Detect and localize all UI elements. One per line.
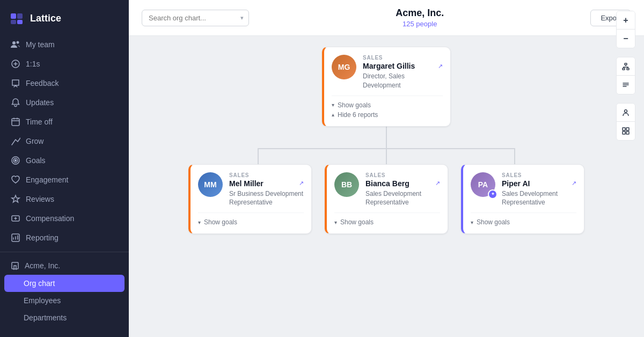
hierarchy-view-button[interactable]: [617, 57, 635, 76]
right-toolbar: + −: [616, 11, 635, 141]
sidebar-item-compensation[interactable]: Compensation: [0, 209, 129, 228]
node-title-bianca: Sales Development Representative: [365, 189, 440, 208]
grid-icon: [622, 127, 630, 135]
chevron-down-icon-piper: ▾: [471, 219, 473, 225]
node-name-row-mel: Mel Miller ↗: [229, 179, 304, 188]
heart-icon: [11, 175, 20, 185]
show-goals-label-mel: Show goals: [204, 218, 237, 226]
logo-text: Lattice: [30, 13, 61, 24]
reviews-label: Reviews: [26, 195, 54, 203]
sidebar-item-engagement[interactable]: Engagement: [0, 170, 129, 189]
sidebar-item-feedback[interactable]: Feedback: [0, 74, 129, 93]
updates-label: Updates: [26, 98, 54, 107]
svg-rect-3: [17, 20, 23, 24]
external-link-icon-bianca[interactable]: ↗: [435, 180, 440, 187]
node-title-mel: Sr Business Development Representative: [229, 189, 304, 208]
search-input[interactable]: [142, 10, 249, 26]
org-node-piper: PA ✦ SALES Piper AI ↗ Sales Development …: [461, 164, 584, 235]
node-footer-piper: ▾ Show goals: [471, 213, 576, 226]
node-dept-mel: SALES: [229, 172, 304, 178]
company-name-header: Acme, Inc.: [396, 8, 444, 19]
ai-badge: ✦: [488, 189, 497, 199]
show-goals-label-piper: Show goals: [477, 218, 510, 226]
sidebar-item-employees[interactable]: Employees: [0, 292, 129, 309]
chevron-down-icon-mel: ▾: [198, 219, 201, 225]
external-link-icon-mel[interactable]: ↗: [299, 180, 304, 187]
node-header-mel: MM SALES Mel Miller ↗ Sr Business Develo…: [198, 172, 304, 208]
node-footer-root: ▾ Show goals ▴ Hide 6 reports: [332, 96, 443, 119]
node-header-bianca: BB SALES Bianca Berg ↗ Sales Development…: [334, 172, 440, 208]
node-name-mel: Mel Miller: [229, 179, 264, 188]
avatar-root: MG: [332, 55, 356, 79]
svg-point-4: [12, 41, 16, 45]
grid-view-button[interactable]: [617, 122, 635, 140]
list-view-button[interactable]: [617, 76, 635, 94]
node-dept-bianca: SALES: [365, 172, 440, 178]
org-node-bianca: BB SALES Bianca Berg ↗ Sales Development…: [325, 164, 448, 235]
bell-icon: [11, 98, 20, 107]
svg-rect-1: [17, 13, 23, 19]
reviews-icon: [11, 194, 20, 204]
feedback-label: Feedback: [26, 79, 58, 87]
departments-label: Departments: [24, 313, 67, 322]
hierarchy-icon: [622, 63, 630, 70]
zoom-in-button[interactable]: +: [617, 11, 635, 30]
node-footer-bianca: ▾ Show goals: [334, 213, 440, 226]
svg-point-5: [17, 41, 19, 44]
building-icon: [11, 261, 19, 270]
goals-icon: [11, 156, 20, 165]
zoom-out-button[interactable]: −: [617, 30, 635, 48]
sidebar-item-grow[interactable]: Grow: [0, 131, 129, 151]
svg-rect-19: [626, 128, 629, 130]
svg-rect-15: [623, 68, 625, 70]
node-dept-piper: SALES: [502, 172, 576, 178]
show-goals-toggle-root[interactable]: ▾ Show goals: [332, 101, 443, 109]
list-icon: [622, 81, 630, 89]
sidebar-item-departments[interactable]: Departments: [0, 309, 129, 326]
search-chevron-icon: ▾: [240, 14, 244, 21]
reporting-label: Reporting: [26, 233, 58, 242]
hide-reports-toggle-root[interactable]: ▴ Hide 6 reports: [332, 111, 443, 119]
chevron-up-icon: ▴: [332, 112, 334, 118]
my-team-label: My team: [26, 40, 55, 49]
show-goals-toggle-bianca[interactable]: ▾ Show goals: [334, 218, 440, 226]
sidebar-item-reviews[interactable]: Reviews: [0, 189, 129, 209]
company-header[interactable]: Acme, Inc.: [0, 257, 129, 275]
sidebar-item-reporting[interactable]: Reporting: [0, 228, 129, 247]
calendar-icon: [11, 117, 20, 127]
compensation-label: Compensation: [26, 214, 74, 223]
topbar: ▾ Acme, Inc. 125 people Export: [129, 0, 644, 36]
sidebar-item-org-chart[interactable]: Org chart: [4, 275, 125, 292]
avatar-bianca: BB: [334, 172, 359, 197]
sidebar-item-ones[interactable]: 1:1s: [0, 54, 129, 74]
node-title-root: Director, Sales Development: [363, 72, 443, 90]
node-name-row-bianca: Bianca Berg ↗: [365, 179, 440, 188]
external-link-icon-piper[interactable]: ↗: [572, 180, 576, 187]
sidebar-item-community[interactable]: Community: [0, 326, 129, 328]
show-goals-toggle-piper[interactable]: ▾ Show goals: [471, 218, 576, 226]
person-view-button[interactable]: [617, 104, 635, 122]
logo: Lattice: [0, 9, 129, 35]
view-controls: [616, 103, 635, 141]
node-name-bianca: Bianca Berg: [365, 179, 409, 188]
node-title-piper: Sales Development Representative: [502, 189, 576, 208]
sidebar-item-updates[interactable]: Updates: [0, 93, 129, 112]
show-goals-toggle-mel[interactable]: ▾ Show goals: [198, 218, 304, 226]
external-link-icon-root[interactable]: ↗: [438, 63, 443, 70]
org-chart-label: Org chart: [24, 279, 55, 288]
people-count: 125 people: [396, 20, 444, 28]
org-chart-wrapper: MG SALES Margaret Gillis ↗ Director, Sal…: [129, 36, 644, 234]
feedback-icon: [11, 78, 20, 88]
employees-label: Employees: [24, 296, 61, 305]
node-info-piper: SALES Piper AI ↗ Sales Development Repre…: [502, 172, 576, 208]
node-info-bianca: SALES Bianca Berg ↗ Sales Development Re…: [365, 172, 440, 208]
grow-icon: [11, 136, 20, 146]
node-name-row-piper: Piper AI ↗: [502, 179, 576, 188]
ones-label: 1:1s: [26, 60, 40, 68]
sidebar-item-my-team[interactable]: My team: [0, 35, 129, 54]
sidebar-item-goals[interactable]: Goals: [0, 151, 129, 170]
node-name-root: Margaret Gillis: [363, 62, 415, 70]
people-icon: [11, 40, 20, 49]
sidebar-item-time-off[interactable]: Time off: [0, 112, 129, 131]
main-content: ▾ Acme, Inc. 125 people Export MG SALES …: [129, 0, 644, 337]
